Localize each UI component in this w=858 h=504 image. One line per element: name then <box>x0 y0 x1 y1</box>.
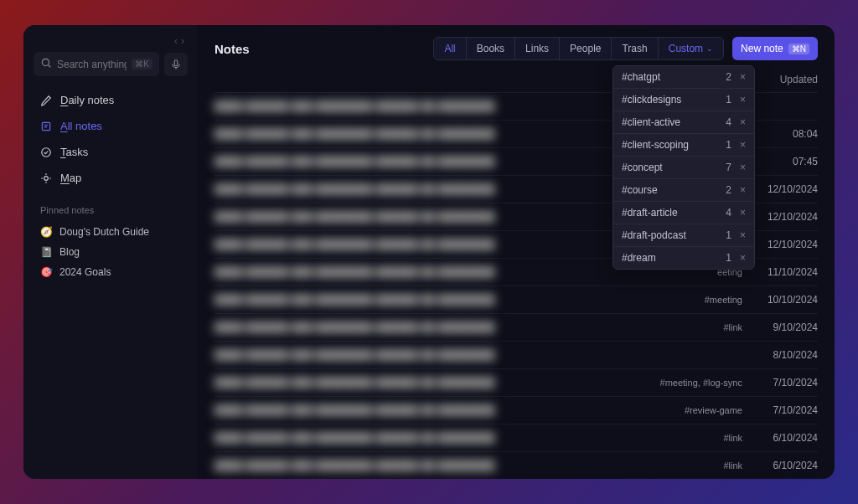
chevron-down-icon: ⌄ <box>706 44 713 53</box>
dropdown-tag-item[interactable]: #clickdesigns1× <box>613 89 754 111</box>
mic-button[interactable] <box>164 53 188 76</box>
note-title: ████ ██████ ███ ████████ ██████ ██ █████… <box>214 128 642 140</box>
dropdown-tag-item[interactable]: #course2× <box>613 179 754 202</box>
dropdown-tag-item[interactable]: #draft-article4× <box>613 202 754 224</box>
history-nav: ‹ › <box>34 33 188 52</box>
svg-point-0 <box>42 59 49 65</box>
note-tags: #meeting, #log-sync <box>642 378 742 388</box>
note-title: ████ ██████ ███ ████████ ██████ ██ █████… <box>214 211 642 223</box>
tag-count: 1 <box>726 139 731 151</box>
close-icon[interactable]: × <box>740 116 746 128</box>
pinned-item[interactable]: 🎯 2024 Goals <box>34 262 188 282</box>
nav-daily-notes[interactable]: Daily notes <box>34 88 188 112</box>
tag-count: 2 <box>726 184 731 196</box>
nav-tasks[interactable]: Tasks <box>34 140 188 164</box>
tag-label: #course <box>622 184 658 196</box>
note-title: ████ ██████ ███ ████████ ██████ ██ █████… <box>214 266 642 278</box>
note-updated: 6/10/2024 <box>742 460 818 471</box>
note-tags: #link <box>642 322 742 332</box>
note-updated: 11/10/2024 <box>742 266 818 278</box>
pinned-label: Doug's Dutch Guide <box>59 226 149 238</box>
tag-count: 1 <box>726 229 731 241</box>
table-row[interactable]: ████ ██████ ███ ████████ ██████ ██ █████… <box>214 424 818 451</box>
note-title: ████ ██████ ███ ████████ ██████ ██ █████… <box>214 239 642 250</box>
close-icon[interactable]: × <box>740 229 746 241</box>
close-icon[interactable]: × <box>740 252 746 264</box>
close-icon[interactable]: × <box>740 184 746 196</box>
dropdown-tag-item[interactable]: #client-active4× <box>613 111 754 134</box>
note-updated: 9/10/2024 <box>742 321 818 333</box>
close-icon[interactable]: × <box>740 162 746 173</box>
table-row[interactable]: ████ ██████ ███ ████████ ██████ ██ █████… <box>214 396 818 424</box>
table-row[interactable]: ████ ██████ ███ ████████ ██████ ██ █████… <box>214 313 818 341</box>
table-row[interactable]: ████ ██████ ███ ████████ ██████ ██ █████… <box>214 451 818 479</box>
note-updated: 7/10/2024 <box>742 377 818 388</box>
note-title: ████ ██████ ███ ████████ ██████ ██ █████… <box>214 432 642 444</box>
new-note-button[interactable]: New note ⌘N <box>732 37 818 60</box>
close-icon[interactable]: × <box>740 139 746 151</box>
table-row[interactable]: ████ ██████ ███ ████████ ██████ ██ █████… <box>214 368 818 396</box>
tag-count: 7 <box>726 162 731 173</box>
close-icon[interactable]: × <box>740 207 746 219</box>
pinned-item[interactable]: 📓 Blog <box>34 242 188 262</box>
nav-map[interactable]: Map <box>34 166 188 190</box>
filter-tab-books[interactable]: Books <box>467 38 515 59</box>
map-icon <box>40 172 52 184</box>
tag-count: 2 <box>726 71 731 83</box>
tag-label: #client-scoping <box>622 139 689 151</box>
pinned-label: 2024 Goals <box>59 266 111 278</box>
pinned-emoji: 🧭 <box>40 226 53 238</box>
tag-count: 4 <box>726 207 731 219</box>
note-tags: #link <box>642 460 742 471</box>
svg-rect-2 <box>174 59 178 65</box>
pinned-emoji: 🎯 <box>40 266 53 278</box>
tasks-icon <box>40 147 52 158</box>
search-box[interactable]: ⌘K <box>34 52 159 76</box>
tag-label: #dream <box>622 252 656 264</box>
search-input[interactable] <box>57 59 127 70</box>
nav-list: Daily notes All notes Tasks Map <box>34 88 188 190</box>
nav-back-icon[interactable]: ‹ <box>174 35 178 47</box>
dropdown-tag-item[interactable]: #client-scoping1× <box>613 134 754 157</box>
filter-tab-links[interactable]: Links <box>515 38 560 59</box>
table-row[interactable]: ████ ██████ ███ ████████ ██████ ██ █████… <box>214 285 818 313</box>
tag-label: #client-active <box>622 116 680 128</box>
note-title: ████ ██████ ███ ████████ ██████ ██ █████… <box>214 460 642 471</box>
filter-tab-people[interactable]: People <box>560 38 612 59</box>
note-title: ████ ██████ ███ ████████ ██████ ██ █████… <box>214 377 642 388</box>
note-updated: 7/10/2024 <box>742 404 818 416</box>
tag-count: 4 <box>726 116 731 128</box>
dropdown-tag-item[interactable]: #dream1× <box>613 247 754 269</box>
svg-point-7 <box>42 147 51 157</box>
table-row[interactable]: ████ ██████ ███ ████████ ██████ ██ █████… <box>214 341 818 368</box>
nav-label: All notes <box>60 120 102 132</box>
nav-label: Daily notes <box>60 94 114 106</box>
note-title: ████ ██████ ███ ████████ ██████ ██ █████… <box>214 100 642 112</box>
filter-tab-custom[interactable]: Custom ⌄ <box>659 38 723 59</box>
tag-label: #clickdesigns <box>622 94 681 105</box>
close-icon[interactable]: × <box>740 71 746 83</box>
pinned-emoji: 📓 <box>40 246 53 258</box>
pinned-item[interactable]: 🧭 Doug's Dutch Guide <box>34 222 188 242</box>
dropdown-tag-item[interactable]: #chatgpt2× <box>613 66 754 89</box>
tag-label: #chatgpt <box>622 71 660 83</box>
sidebar: ‹ › ⌘K Daily notes <box>23 25 198 479</box>
app-window: ‹ › ⌘K Daily notes <box>23 25 835 479</box>
nav-forward-icon[interactable]: › <box>181 35 184 47</box>
notes-icon <box>40 121 52 132</box>
note-tags: #meeting <box>642 295 742 305</box>
svg-point-8 <box>44 176 49 180</box>
note-updated: 10/10/2024 <box>742 294 818 306</box>
dropdown-tag-item[interactable]: #concept7× <box>613 157 754 179</box>
note-tags: #link <box>642 433 742 443</box>
close-icon[interactable]: × <box>740 94 746 105</box>
search-row: ⌘K <box>34 52 188 76</box>
note-updated: 6/10/2024 <box>742 432 818 444</box>
dropdown-tag-item[interactable]: #draft-podcast1× <box>613 224 754 247</box>
filter-tab-all[interactable]: All <box>434 38 466 59</box>
note-title: ████ ██████ ███ ████████ ██████ ██ █████… <box>214 156 642 167</box>
search-icon <box>40 57 52 71</box>
nav-all-notes[interactable]: All notes <box>34 114 188 138</box>
filter-tab-trash[interactable]: Trash <box>612 38 658 59</box>
search-shortcut: ⌘K <box>132 59 152 69</box>
